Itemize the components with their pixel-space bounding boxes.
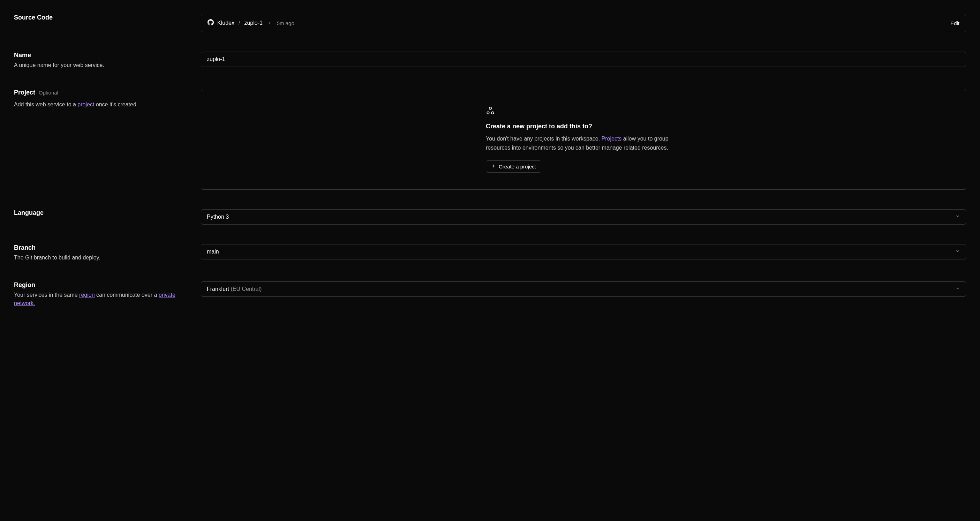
source-code-box: Kludex / zuplo-1 • 5m ago Edit bbox=[201, 14, 966, 32]
chevron-down-icon bbox=[955, 249, 960, 255]
region-desc: Your services in the same region can com… bbox=[14, 291, 187, 308]
source-owner: Kludex bbox=[217, 20, 234, 26]
region-value: Frankfurt (EU Central) bbox=[207, 286, 262, 292]
chevron-down-icon bbox=[955, 214, 960, 220]
source-dot-separator: • bbox=[269, 20, 270, 26]
language-label: Language bbox=[14, 209, 187, 216]
name-desc: A unique name for your web service. bbox=[14, 61, 187, 69]
region-select[interactable]: Frankfurt (EU Central) bbox=[201, 281, 966, 297]
source-slash: / bbox=[239, 20, 240, 26]
branch-label: Branch bbox=[14, 244, 187, 251]
project-icon bbox=[486, 106, 681, 116]
svg-point-2 bbox=[492, 111, 494, 114]
svg-point-0 bbox=[489, 107, 492, 110]
chevron-down-icon bbox=[955, 286, 960, 292]
plus-icon bbox=[491, 164, 496, 170]
github-icon bbox=[207, 19, 214, 27]
name-input[interactable] bbox=[201, 52, 966, 67]
project-empty-title: Create a new project to add this to? bbox=[486, 123, 681, 130]
branch-desc: The Git branch to build and deploy. bbox=[14, 254, 187, 262]
projects-link[interactable]: Projects bbox=[601, 136, 622, 141]
create-project-button[interactable]: Create a project bbox=[486, 160, 541, 173]
svg-point-1 bbox=[487, 111, 489, 114]
edit-source-button[interactable]: Edit bbox=[950, 20, 959, 26]
project-empty-desc: You don't have any projects in this work… bbox=[486, 134, 681, 152]
project-label: Project bbox=[14, 89, 35, 96]
region-link[interactable]: region bbox=[79, 292, 94, 298]
create-project-label: Create a project bbox=[499, 164, 536, 170]
name-label: Name bbox=[14, 52, 187, 59]
branch-value: main bbox=[207, 249, 219, 255]
source-time: 5m ago bbox=[277, 20, 294, 26]
language-value: Python 3 bbox=[207, 214, 229, 220]
project-desc: Add this web service to a project once i… bbox=[14, 100, 187, 109]
source-code-label: Source Code bbox=[14, 14, 187, 21]
project-link[interactable]: project bbox=[78, 102, 94, 107]
branch-select[interactable]: main bbox=[201, 244, 966, 259]
project-empty-box: Create a new project to add this to? You… bbox=[201, 89, 966, 190]
region-label: Region bbox=[14, 281, 187, 289]
source-repo: zuplo-1 bbox=[244, 20, 262, 26]
project-optional-badge: Optional bbox=[39, 90, 58, 95]
language-select[interactable]: Python 3 bbox=[201, 209, 966, 225]
